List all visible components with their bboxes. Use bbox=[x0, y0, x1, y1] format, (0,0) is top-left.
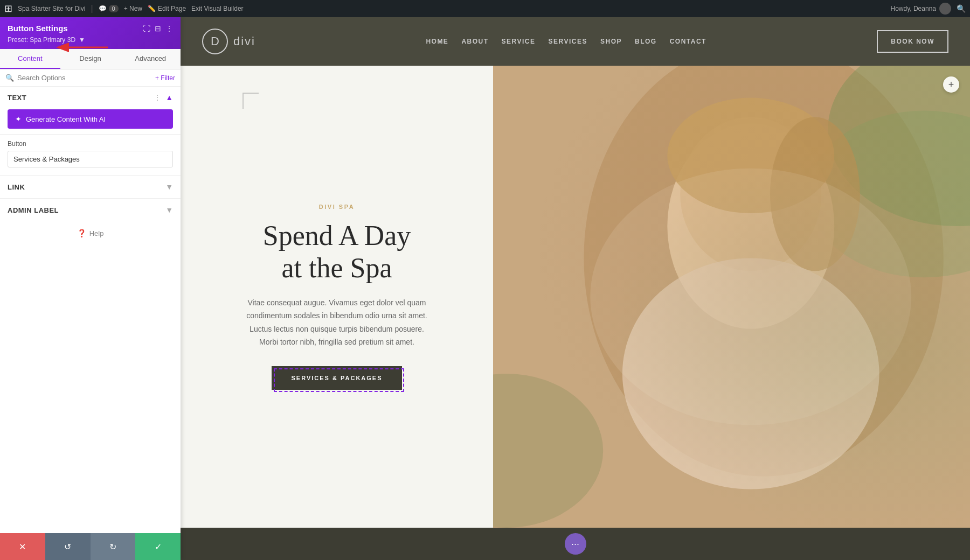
hero-body-text: Vitae consequat augue. Vivamus eget dolo… bbox=[245, 296, 428, 349]
preset-dropdown-icon[interactable]: ▼ bbox=[79, 36, 85, 44]
comment-icon: 💬 bbox=[99, 5, 107, 12]
nav-about[interactable]: ABOUT bbox=[461, 38, 488, 45]
admin-label-chevron-icon[interactable]: ▼ bbox=[165, 206, 173, 214]
undo-icon: ↺ bbox=[64, 542, 71, 552]
hero-title-line2: at the Spa bbox=[281, 253, 392, 283]
help-icon: ❓ bbox=[77, 229, 86, 237]
help-section: ❓ Help bbox=[0, 221, 181, 245]
nav-shop[interactable]: SHOP bbox=[600, 38, 622, 45]
search-bar: 🔍 + Filter bbox=[0, 69, 181, 87]
preview-area: D divi HOME ABOUT SERVICE SERVICES SHOP … bbox=[181, 17, 970, 560]
bottom-bar: ··· bbox=[181, 528, 970, 560]
text-section-title: Text bbox=[8, 94, 26, 102]
hero-section: DIVI SPA Spend A Day at the Spa Vitae co… bbox=[181, 66, 970, 528]
add-element-button[interactable]: + bbox=[943, 76, 959, 93]
more-options-icon[interactable]: ⋮ bbox=[165, 24, 173, 33]
edit-page-button[interactable]: ✏️ Edit Page bbox=[148, 5, 186, 12]
panel-footer: ✕ ↺ ↻ ✓ bbox=[0, 533, 181, 560]
admin-label-title: Admin Label bbox=[8, 206, 59, 214]
hero-cta-wrapper: SERVICES & PACKAGES bbox=[272, 366, 401, 390]
hero-spa-label: DIVI SPA bbox=[319, 204, 355, 210]
help-link[interactable]: Help bbox=[89, 229, 104, 237]
preset-label: Preset: Spa Primary 3D bbox=[8, 36, 75, 44]
panel-header: Button Settings ⛶ ⊟ ⋮ Preset: Spa Primar… bbox=[0, 17, 181, 49]
user-greeting: Howdy, Deanna bbox=[891, 3, 952, 15]
edit-page-label[interactable]: Edit Page bbox=[158, 5, 186, 12]
new-label[interactable]: + New bbox=[124, 5, 142, 12]
text-section-header[interactable]: Text ⋮ ▲ bbox=[0, 87, 181, 107]
redo-icon: ↻ bbox=[109, 542, 116, 552]
admin-bar-right: Howdy, Deanna 🔍 bbox=[891, 3, 966, 15]
hero-bracket-decoration bbox=[242, 93, 259, 109]
ai-icon: ✦ bbox=[15, 115, 22, 123]
admin-label-section-header[interactable]: Admin Label ▼ bbox=[0, 199, 181, 221]
search-input[interactable] bbox=[17, 74, 152, 82]
filter-button[interactable]: + Filter bbox=[155, 74, 175, 82]
greeting-text: Howdy, Deanna bbox=[891, 5, 937, 12]
admin-bar: ⊞ Spa Starter Site for Divi | 💬 0 + New … bbox=[0, 0, 970, 17]
redo-button[interactable]: ↻ bbox=[91, 533, 136, 560]
site-header: D divi HOME ABOUT SERVICE SERVICES SHOP … bbox=[181, 17, 970, 66]
panel-title: Button Settings bbox=[8, 24, 68, 33]
nav-blog[interactable]: BLOG bbox=[635, 38, 657, 45]
user-avatar[interactable] bbox=[939, 3, 951, 15]
site-name[interactable]: Spa Starter Site for Divi bbox=[18, 5, 85, 12]
hero-title-line1: Spend A Day bbox=[263, 220, 411, 251]
text-section-collapse-icon[interactable]: ▲ bbox=[165, 93, 173, 102]
ai-generate-label: Generate Content With AI bbox=[26, 115, 106, 123]
panel-header-top: Button Settings ⛶ ⊟ ⋮ bbox=[8, 24, 173, 33]
hero-image-overlay bbox=[493, 66, 970, 528]
section-icons: ⋮ ▲ bbox=[154, 93, 173, 102]
tab-advanced[interactable]: Advanced bbox=[120, 49, 181, 69]
site-logo[interactable]: D divi bbox=[202, 29, 255, 54]
hero-cta-label: SERVICES & PACKAGES bbox=[291, 375, 382, 381]
save-button[interactable]: ✓ bbox=[135, 533, 181, 560]
nav-home[interactable]: HOME bbox=[426, 38, 448, 45]
logo-circle-icon: D bbox=[202, 29, 228, 54]
undo-button[interactable]: ↺ bbox=[45, 533, 91, 560]
text-section: Text ⋮ ▲ ✦ Generate Content With AI bbox=[0, 87, 181, 135]
link-section-chevron-icon[interactable]: ▼ bbox=[165, 183, 173, 191]
hero-content: DIVI SPA Spend A Day at the Spa Vitae co… bbox=[181, 66, 493, 528]
site-navigation: HOME ABOUT SERVICE SERVICES SHOP BLOG CO… bbox=[426, 38, 706, 45]
button-text-input[interactable] bbox=[8, 151, 173, 167]
more-actions-button[interactable]: ··· bbox=[565, 533, 586, 555]
exit-visual-builder-button[interactable]: Exit Visual Builder bbox=[191, 5, 244, 12]
button-value-section: Button bbox=[0, 135, 181, 175]
link-section-title: Link bbox=[8, 183, 25, 191]
admin-bar-left: ⊞ Spa Starter Site for Divi | 💬 0 + New … bbox=[4, 3, 884, 15]
dots-icon: ··· bbox=[571, 538, 579, 550]
tab-design[interactable]: Design bbox=[60, 49, 121, 69]
nav-service[interactable]: SERVICE bbox=[502, 38, 536, 45]
logo-d-letter: D bbox=[211, 34, 219, 48]
admin-label-section: Admin Label ▼ bbox=[0, 198, 181, 221]
panel-content: Text ⋮ ▲ ✦ Generate Content With AI Butt… bbox=[0, 87, 181, 533]
link-section-header[interactable]: Link ▼ bbox=[0, 176, 181, 198]
separator: | bbox=[91, 4, 93, 13]
preset-selector[interactable]: Preset: Spa Primary 3D ▼ bbox=[8, 36, 173, 44]
panel-header-icons: ⛶ ⊟ ⋮ bbox=[143, 24, 173, 33]
nav-contact[interactable]: CONTACT bbox=[670, 38, 706, 45]
save-icon: ✓ bbox=[155, 542, 162, 552]
layout-icon[interactable]: ⊟ bbox=[155, 24, 161, 33]
admin-search-icon[interactable]: 🔍 bbox=[957, 4, 966, 13]
tab-content[interactable]: Content bbox=[0, 49, 60, 69]
hero-title: Spend A Day at the Spa bbox=[263, 220, 411, 284]
main-area: Button Settings ⛶ ⊟ ⋮ Preset: Spa Primar… bbox=[0, 17, 970, 560]
cancel-icon: ✕ bbox=[19, 542, 26, 552]
book-now-button[interactable]: BOOK NOW bbox=[877, 30, 948, 53]
edit-icon: ✏️ bbox=[148, 5, 156, 12]
hero-image: + bbox=[493, 66, 970, 528]
cancel-button[interactable]: ✕ bbox=[0, 533, 45, 560]
button-settings-panel: Button Settings ⛶ ⊟ ⋮ Preset: Spa Primar… bbox=[0, 17, 181, 560]
hero-cta-button[interactable]: SERVICES & PACKAGES bbox=[272, 366, 401, 390]
button-field-label: Button bbox=[8, 140, 173, 148]
new-button[interactable]: + New bbox=[124, 5, 142, 12]
fullscreen-icon[interactable]: ⛶ bbox=[143, 24, 150, 33]
panel-tabs: Content Design Advanced bbox=[0, 49, 181, 69]
logo-text: divi bbox=[233, 34, 255, 48]
nav-services[interactable]: SERVICES bbox=[549, 38, 587, 45]
section-more-icon[interactable]: ⋮ bbox=[154, 93, 161, 102]
wordpress-logo-icon[interactable]: ⊞ bbox=[4, 3, 12, 15]
ai-generate-button[interactable]: ✦ Generate Content With AI bbox=[8, 109, 173, 129]
